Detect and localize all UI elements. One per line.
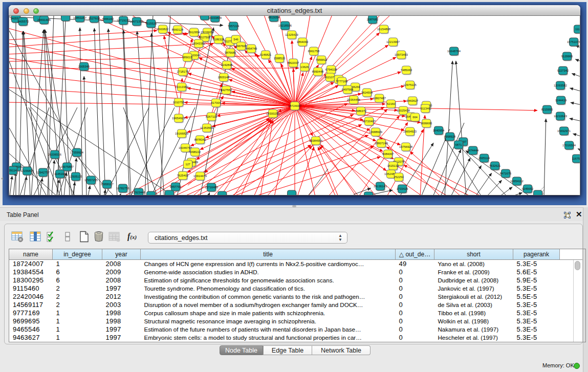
svg-text:7357224: 7357224 bbox=[228, 25, 239, 28]
svg-text:8813054: 8813054 bbox=[268, 16, 280, 19]
svg-text:7986372: 7986372 bbox=[355, 110, 367, 113]
svg-text:10688609: 10688609 bbox=[369, 130, 382, 134]
svg-text:9474444: 9474444 bbox=[467, 149, 479, 152]
svg-text:417004: 417004 bbox=[211, 101, 221, 104]
svg-text:1244419: 1244419 bbox=[555, 99, 567, 102]
svg-text:15720407: 15720407 bbox=[362, 120, 376, 123]
svg-text:911346: 911346 bbox=[421, 107, 430, 110]
svg-text:9327506: 9327506 bbox=[199, 36, 211, 39]
svg-text:8454749: 8454749 bbox=[246, 47, 257, 50]
svg-text:9245652: 9245652 bbox=[522, 187, 534, 190]
svg-text:2803144: 2803144 bbox=[218, 76, 230, 79]
svg-text:9084067: 9084067 bbox=[382, 152, 394, 156]
svg-text:11353594: 11353594 bbox=[200, 126, 213, 129]
svg-text:15692971: 15692971 bbox=[557, 129, 571, 133]
svg-text:7625402: 7625402 bbox=[177, 174, 189, 177]
svg-text:7663822: 7663822 bbox=[157, 28, 169, 31]
svg-text:16046768: 16046768 bbox=[179, 146, 192, 149]
svg-text:664: 664 bbox=[412, 116, 418, 119]
svg-text:12213383: 12213383 bbox=[175, 85, 188, 89]
svg-text:12093582: 12093582 bbox=[554, 84, 567, 87]
svg-text:18300295: 18300295 bbox=[266, 112, 279, 115]
svg-text:10853267: 10853267 bbox=[73, 16, 86, 19]
svg-text:18807249: 18807249 bbox=[375, 142, 388, 145]
svg-text:7632621: 7632621 bbox=[489, 164, 501, 167]
svg-text:8660124: 8660124 bbox=[172, 28, 184, 31]
svg-text:5498222: 5498222 bbox=[189, 150, 201, 154]
svg-text:8958928: 8958928 bbox=[444, 135, 456, 138]
svg-text:252254: 252254 bbox=[394, 176, 404, 179]
svg-text:8267110: 8267110 bbox=[206, 115, 217, 118]
svg-text:16648784: 16648784 bbox=[447, 50, 461, 53]
svg-text:16033809: 16033809 bbox=[208, 16, 222, 19]
svg-text:8427552: 8427552 bbox=[221, 89, 232, 92]
svg-text:1145194: 1145194 bbox=[54, 172, 66, 176]
svg-text:19384554: 19384554 bbox=[309, 139, 323, 142]
svg-text:1405572: 1405572 bbox=[17, 20, 29, 23]
svg-text:20364456: 20364456 bbox=[347, 98, 360, 101]
svg-text:1864093: 1864093 bbox=[297, 40, 309, 43]
svg-text:8471676: 8471676 bbox=[500, 172, 512, 175]
svg-text:12505135: 12505135 bbox=[69, 175, 82, 178]
svg-text:18724007: 18724007 bbox=[288, 104, 301, 107]
svg-text:1733426: 1733426 bbox=[397, 187, 408, 190]
svg-text:2005346: 2005346 bbox=[78, 65, 90, 68]
svg-text:19756928: 19756928 bbox=[399, 145, 412, 148]
svg-text:62160: 62160 bbox=[387, 102, 395, 105]
svg-text:11325419: 11325419 bbox=[285, 33, 298, 36]
svg-text:16914479: 16914479 bbox=[193, 174, 207, 178]
svg-text:10958117: 10958117 bbox=[100, 183, 113, 186]
svg-text:2718176: 2718176 bbox=[177, 70, 189, 73]
svg-text:1588520: 1588520 bbox=[274, 57, 286, 60]
svg-text:9146821: 9146821 bbox=[260, 53, 272, 56]
svg-text:15751074: 15751074 bbox=[567, 40, 580, 43]
svg-text:1615132: 1615132 bbox=[387, 164, 399, 167]
svg-text:12156819: 12156819 bbox=[20, 169, 34, 172]
svg-text:17957255: 17957255 bbox=[84, 179, 98, 182]
svg-text:9227342: 9227342 bbox=[557, 69, 569, 72]
svg-text:10671355: 10671355 bbox=[130, 20, 143, 23]
svg-text:19654923: 19654923 bbox=[403, 130, 417, 133]
svg-text:1621072: 1621072 bbox=[324, 76, 336, 79]
svg-text:12942757: 12942757 bbox=[36, 171, 50, 174]
svg-text:9777169: 9777169 bbox=[336, 80, 348, 83]
svg-text:1527602: 1527602 bbox=[89, 17, 100, 20]
svg-text:16782759: 16782759 bbox=[116, 187, 129, 190]
svg-text:8186328: 8186328 bbox=[213, 38, 225, 41]
svg-text:16154808: 16154808 bbox=[377, 28, 390, 31]
svg-text:8215955: 8215955 bbox=[541, 108, 553, 111]
svg-text:14136141: 14136141 bbox=[374, 185, 387, 188]
svg-text:116753: 116753 bbox=[572, 157, 580, 160]
svg-text:10807487: 10807487 bbox=[373, 97, 386, 100]
svg-text:8822037: 8822037 bbox=[288, 61, 299, 64]
svg-text:6466160: 6466160 bbox=[102, 17, 114, 20]
svg-text:10025438: 10025438 bbox=[397, 109, 410, 112]
svg-text:12213967: 12213967 bbox=[386, 40, 400, 43]
svg-text:546: 546 bbox=[233, 38, 238, 41]
svg-text:16210643: 16210643 bbox=[554, 115, 567, 118]
svg-text:127: 127 bbox=[185, 163, 190, 166]
svg-text:19975887: 19975887 bbox=[60, 165, 74, 168]
svg-text:19218506: 19218506 bbox=[278, 24, 292, 27]
svg-text:2935114: 2935114 bbox=[478, 157, 490, 160]
svg-text:20691406: 20691406 bbox=[37, 18, 51, 21]
svg-text:12923448: 12923448 bbox=[132, 191, 145, 194]
svg-text:9699695: 9699695 bbox=[421, 122, 432, 125]
svg-text:39114: 39114 bbox=[9, 169, 17, 172]
svg-text:10719155: 10719155 bbox=[117, 19, 130, 22]
svg-text:13626: 13626 bbox=[300, 65, 309, 69]
svg-text:1640954: 1640954 bbox=[433, 129, 445, 132]
svg-text:6794028: 6794028 bbox=[325, 68, 337, 71]
svg-text:8990448: 8990448 bbox=[312, 70, 324, 73]
svg-text:10973493: 10973493 bbox=[395, 53, 408, 56]
svg-text:8878342: 8878342 bbox=[194, 138, 206, 141]
svg-text:7515526: 7515526 bbox=[145, 22, 157, 25]
svg-text:989015: 989015 bbox=[182, 56, 192, 59]
svg-text:20206516: 20206516 bbox=[48, 153, 61, 156]
svg-text:10654112: 10654112 bbox=[510, 180, 523, 183]
svg-text:3875685: 3875685 bbox=[225, 51, 236, 54]
svg-text:1010755: 1010755 bbox=[173, 101, 185, 104]
svg-text:9242848: 9242848 bbox=[221, 63, 233, 67]
svg-text:9129966: 9129966 bbox=[561, 55, 573, 58]
svg-text:9457791: 9457791 bbox=[170, 185, 182, 188]
